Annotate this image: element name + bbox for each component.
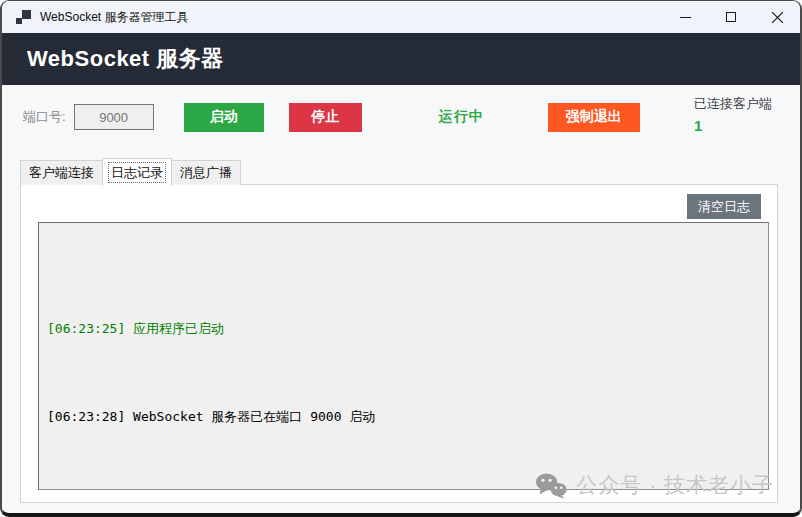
tab-label: 客户端连接 [29, 165, 94, 180]
close-button[interactable] [754, 1, 800, 33]
tab-item[interactable]: 日志记录 [102, 158, 172, 186]
log-line: [06:23:28] WebSocket 服务器已在端口 9000 启动 [47, 406, 760, 428]
app-header: WebSocket 服务器 [2, 33, 800, 85]
close-icon [771, 11, 784, 24]
maximize-icon [726, 12, 736, 22]
port-label: 端口号: [23, 108, 66, 126]
tab-strip: 客户端连接 日志记录 消息广播 [20, 158, 800, 185]
watermark-text: 公众号 · 技术老小子 [576, 471, 774, 499]
port-input[interactable] [74, 104, 154, 130]
app-icon [16, 10, 31, 24]
minimize-button[interactable] [662, 1, 708, 33]
minimize-icon [680, 17, 691, 18]
clear-log-button[interactable]: 清空日志 [687, 194, 761, 219]
app-window: WebSocket 服务器管理工具 WebSocket 服务器 端口号: 启动 … [0, 0, 802, 517]
controls-row: 端口号: 启动 停止 运行中 强制退出 已连接客户端 1 [2, 85, 800, 149]
tab-control: 客户端连接 日志记录 消息广播 清空日志 [06:23:25] 应用程序已启动 … [2, 158, 800, 503]
stop-button[interactable]: 停止 [289, 103, 362, 132]
maximize-button[interactable] [708, 1, 754, 33]
connected-clients-count: 1 [694, 117, 772, 134]
connected-clients-label: 已连接客户端 [694, 95, 772, 113]
watermark: 公众号 · 技术老小子 [535, 471, 774, 499]
log-tab-page: 清空日志 [06:23:25] 应用程序已启动 [06:23:28] WebSo… [20, 184, 778, 503]
tab-item[interactable]: 客户端连接 [20, 160, 103, 185]
window-title: WebSocket 服务器管理工具 [40, 9, 188, 26]
wechat-icon [535, 472, 567, 499]
tab-item[interactable]: 消息广播 [171, 160, 241, 185]
connected-clients-block: 已连接客户端 1 [694, 95, 772, 134]
titlebar: WebSocket 服务器管理工具 [2, 1, 800, 33]
log-line: [06:23:25] 应用程序已启动 [47, 318, 760, 340]
log-textbox[interactable]: [06:23:25] 应用程序已启动 [06:23:28] WebSocket … [38, 222, 769, 490]
tab-label: 消息广播 [180, 165, 232, 180]
tab-label: 日志记录 [111, 165, 163, 180]
start-button[interactable]: 启动 [184, 103, 264, 132]
page-title: WebSocket 服务器 [27, 44, 224, 74]
status-badge: 运行中 [439, 108, 484, 126]
force-quit-button[interactable]: 强制退出 [548, 103, 640, 132]
